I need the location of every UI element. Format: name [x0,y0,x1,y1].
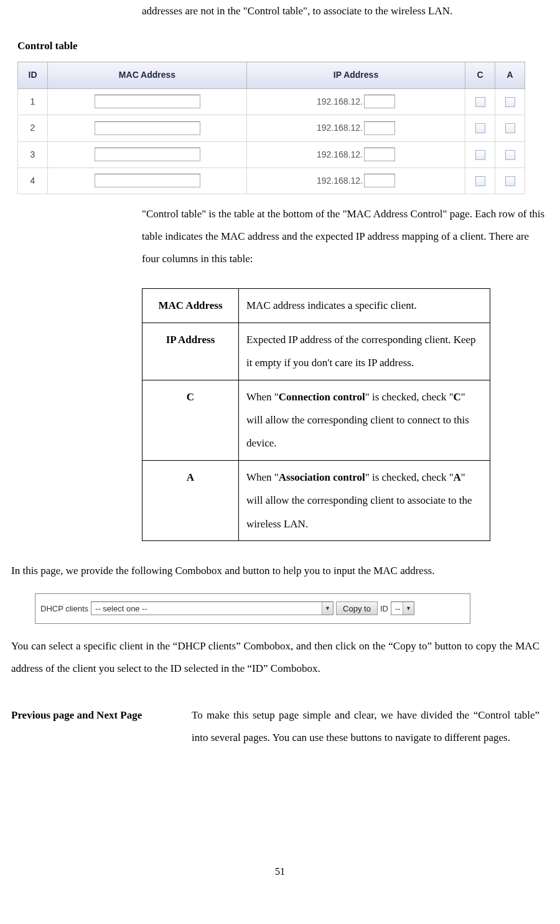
th-ip: IP Address [247,62,465,88]
def-term-ip: IP Address [142,323,239,380]
def-text-c: When "Connection control" is checked, ch… [239,380,490,460]
checkbox-a[interactable] [505,123,515,133]
th-a: A [495,62,525,88]
table-row: 4192.168.12. [18,167,525,194]
checkbox-a[interactable] [505,150,515,160]
def-text-mac: MAC address indicates a specific client. [239,289,490,323]
th-c: C [465,62,495,88]
def-text-a: When "Association control" is checked, c… [239,460,490,540]
id-select[interactable]: -- ▼ [391,601,414,615]
page-number: 51 [11,861,549,882]
ip-input[interactable] [364,121,395,135]
ip-prefix: 192.168.12. [317,97,363,106]
combo-intro: In this page, we provide the following C… [11,560,549,582]
checkbox-a[interactable] [505,97,515,107]
mac-input[interactable] [95,174,200,187]
ip-prefix: 192.168.12. [317,123,363,133]
mac-input[interactable] [95,148,200,161]
ip-prefix: 192.168.12. [317,176,363,186]
table-row: 1192.168.12. [18,88,525,115]
chevron-down-icon: ▼ [322,602,333,615]
combobox-panel: DHCP clients -- select one -- ▼ Copy to … [35,593,470,624]
ip-input[interactable] [364,95,395,108]
table-row: 2192.168.12. [18,115,525,141]
prev-next-text: To make this setup page simple and clear… [192,704,539,748]
def-text-ip: Expected IP address of the corresponding… [239,323,490,380]
mac-input[interactable] [95,95,200,108]
top-paragraph: addresses are not in the "Control table"… [142,0,549,22]
def-term-a: A [142,460,239,540]
combo-post: You can select a specific client in the … [11,635,549,679]
checkbox-c[interactable] [475,176,485,186]
section-title: Control table [17,35,549,57]
control-table: ID MAC Address IP Address C A 1192.168.1… [17,62,525,194]
th-id: ID [18,62,48,88]
def-term-mac: MAC Address [142,289,239,323]
row-id: 3 [18,141,48,167]
checkbox-a[interactable] [505,176,515,186]
ip-prefix: 192.168.12. [317,149,363,159]
copy-to-button[interactable]: Copy to [336,601,378,615]
row-id: 1 [18,88,48,115]
checkbox-c[interactable] [475,150,485,160]
def-term-c: C [142,380,239,460]
chevron-down-icon: ▼ [403,602,414,615]
table-row: 3192.168.12. [18,141,525,167]
checkbox-c[interactable] [475,123,485,133]
th-mac: MAC Address [48,62,247,88]
ip-input[interactable] [364,148,395,161]
dhcp-select[interactable]: -- select one -- ▼ [91,601,334,615]
ip-input[interactable] [364,174,395,187]
mac-input[interactable] [95,121,200,135]
dhcp-label: DHCP clients [40,600,88,617]
prev-next-section: Previous page and Next Page To make this… [11,704,549,748]
definition-table: MAC Address MAC address indicates a spec… [142,288,490,541]
row-id: 2 [18,115,48,141]
prev-next-label: Previous page and Next Page [11,704,192,748]
row-id: 4 [18,167,48,194]
control-table-description: "Control table" is the table at the bott… [142,203,549,270]
id-label: ID [380,600,388,617]
checkbox-c[interactable] [475,97,485,107]
